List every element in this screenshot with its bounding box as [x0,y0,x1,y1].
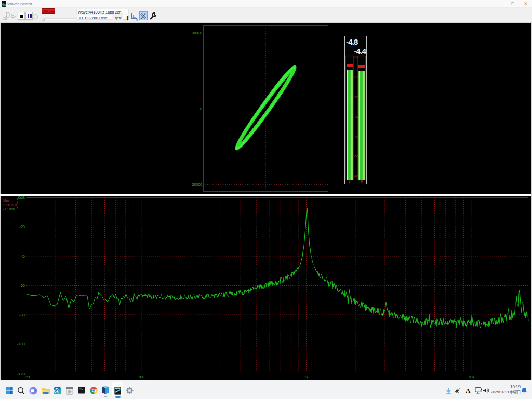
svg-text:FFa: FFa [79,388,83,390]
svg-text:Max: Max [3,199,10,203]
svg-text:-60: -60 [19,283,25,288]
svg-text:-20: -20 [354,96,359,99]
svg-text:-60: -60 [354,175,359,178]
svg-text:L: L [349,180,351,183]
svg-text:R: R [136,18,138,21]
svg-text:L: L [133,14,136,19]
svg-text:-40: -40 [19,254,25,259]
svg-text:-7.18dB: -7.18dB [3,207,15,211]
svg-text:1000.2Hz: 1000.2Hz [3,203,17,207]
svg-text:R: R [361,180,363,183]
svg-text:-40: -40 [354,135,359,138]
svg-text:-10: -10 [354,76,359,79]
svg-text:30000: 30000 [192,31,203,35]
svg-text:-30: -30 [354,115,359,118]
svg-text:0: 0 [200,107,202,111]
svg-text:-20: -20 [19,224,25,229]
svg-text:0dB: 0dB [354,56,360,59]
svg-text:20: 20 [25,375,30,379]
svg-text:-50: -50 [354,155,359,158]
svg-text:1k: 1k [304,375,308,379]
svg-text:-100: -100 [17,342,25,347]
svg-text:-30000: -30000 [191,183,202,187]
svg-text:10k: 10k [468,375,474,379]
svg-text:0dB: 0dB [18,196,25,200]
svg-text:100: 100 [138,375,145,379]
svg-text:-120: -120 [17,371,25,376]
svg-text:-80: -80 [19,313,25,317]
